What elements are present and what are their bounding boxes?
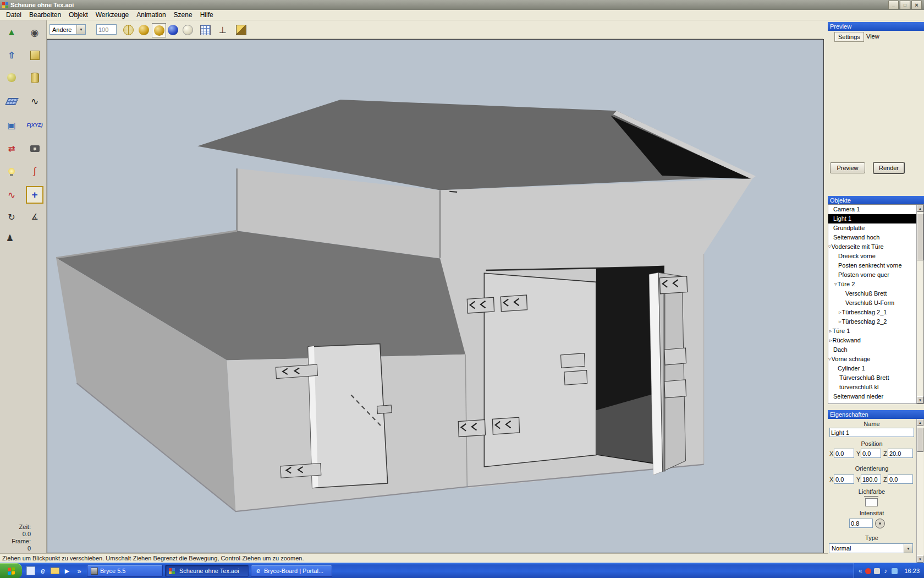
menu-szene[interactable]: Szene: [170, 10, 196, 20]
create-camera-tool[interactable]: [26, 140, 43, 157]
object-list-item[interactable]: Cylinder 1: [828, 364, 923, 373]
door-latch-plate[interactable]: [561, 353, 585, 368]
scroll-up-icon[interactable]: [917, 205, 923, 212]
move-tool-selected[interactable]: [26, 186, 43, 204]
grid-toggle-button[interactable]: [199, 23, 212, 36]
object-list-item[interactable]: türverschluß kl: [828, 383, 923, 392]
scroll-down-icon[interactable]: [917, 396, 923, 403]
tree-toggle-icon[interactable]: ▹: [839, 317, 842, 326]
tree-toggle-icon[interactable]: ▹: [829, 336, 832, 345]
network-icon[interactable]: [892, 568, 898, 574]
object-list-item[interactable]: ▹Rückwand: [828, 336, 923, 345]
edit-curve-tool[interactable]: [3, 186, 20, 204]
tab-view[interactable]: View: [863, 32, 883, 41]
flat-mode-button[interactable]: [181, 23, 194, 36]
tree-toggle-icon[interactable]: ▿: [828, 355, 831, 364]
tree-toggle-icon[interactable]: ▿: [828, 242, 831, 252]
media-player-icon[interactable]: [63, 566, 72, 575]
pose-tool[interactable]: [1, 229, 19, 247]
menu-datei[interactable]: Datei: [2, 10, 25, 20]
function-tool[interactable]: F(XYZ): [26, 116, 43, 134]
tree-toggle-icon[interactable]: ▿: [834, 280, 837, 289]
axes-toggle-button[interactable]: [216, 23, 229, 36]
pos-z-field[interactable]: [888, 449, 913, 458]
ori-z-field[interactable]: [888, 475, 913, 484]
object-list-item[interactable]: Dreieck vorne: [828, 252, 923, 261]
create-cube-tool[interactable]: [26, 46, 43, 64]
spline-tool[interactable]: [26, 162, 43, 180]
preview-button[interactable]: Preview: [830, 162, 865, 173]
properties-scrollbar[interactable]: [916, 419, 923, 563]
menu-hilfe[interactable]: Hilfe: [196, 10, 217, 20]
object-list-item[interactable]: ▹Türe 1: [828, 326, 923, 336]
show-desktop-icon[interactable]: [26, 566, 35, 575]
scrollbar-thumb[interactable]: [917, 214, 923, 260]
tray-alert-icon[interactable]: [865, 568, 871, 574]
measure-tool[interactable]: [26, 208, 43, 226]
ori-x-field[interactable]: [834, 475, 854, 484]
render-preview-button[interactable]: [234, 23, 248, 36]
extrude-tool[interactable]: [3, 46, 20, 64]
scroll-down-icon[interactable]: [917, 555, 923, 563]
taskbar-item-bryce-board[interactable]: Bryce-Board | Portal...: [251, 565, 332, 577]
view-mode-dropdown[interactable]: Andere: [50, 24, 86, 35]
internet-explorer-icon[interactable]: [38, 566, 47, 575]
minimize-button[interactable]: [888, 1, 899, 9]
intensity-dial-icon[interactable]: [875, 519, 885, 528]
pos-y-field[interactable]: [861, 449, 881, 458]
door-latch-plate[interactable]: [564, 370, 587, 385]
type-dropdown[interactable]: Normal: [829, 543, 913, 553]
scrollbar-thumb[interactable]: [917, 428, 923, 452]
folder-icon[interactable]: [51, 568, 59, 574]
tree-toggle-icon[interactable]: ▹: [839, 308, 842, 317]
shaded-mode-button[interactable]: [137, 23, 150, 36]
smooth-mode-button[interactable]: [166, 23, 179, 36]
tab-settings[interactable]: Settings: [834, 32, 864, 42]
object-list-item[interactable]: ▹Türbeschlag 2_1: [828, 308, 923, 317]
object-list-item[interactable]: Camera 1: [828, 205, 923, 214]
object-list-item[interactable]: Seitenwand hoch: [828, 233, 923, 242]
rotate-tool[interactable]: [3, 208, 20, 226]
object-list-item[interactable]: ▹Türbeschlag 2_2: [828, 317, 923, 326]
object-list-item[interactable]: Posten senkrecht vorne: [828, 261, 923, 270]
scroll-up-icon[interactable]: [917, 419, 923, 426]
swap-tool[interactable]: [3, 140, 20, 157]
intensity-field[interactable]: [849, 519, 873, 528]
object-list-item[interactable]: Verschluß Brett: [828, 289, 923, 298]
object-list-item[interactable]: Verschluß U-Form: [828, 298, 923, 308]
create-light-tool[interactable]: [3, 162, 20, 180]
pos-x-field[interactable]: [834, 449, 854, 458]
object-list-item[interactable]: Seitenwand nieder: [828, 392, 923, 401]
create-curve-tool[interactable]: [26, 92, 43, 110]
wireframe-mode-button[interactable]: [122, 23, 135, 36]
object-list-item[interactable]: ▿Voderseite mit Türe: [828, 242, 923, 252]
create-arrow-tool[interactable]: [3, 24, 20, 41]
tray-app-icon[interactable]: [874, 568, 880, 574]
ori-y-field[interactable]: [861, 475, 881, 484]
object-list-scrollbar[interactable]: [916, 205, 923, 403]
menu-objekt[interactable]: Objekt: [65, 10, 92, 20]
textured-mode-button-selected[interactable]: [152, 23, 166, 37]
menu-werkzeuge[interactable]: Werkzeuge: [92, 10, 133, 20]
chevron-down-icon[interactable]: [904, 544, 912, 553]
tray-collapse-icon[interactable]: [859, 567, 862, 575]
create-plane-tool[interactable]: [3, 92, 20, 110]
door-hinge-plate[interactable]: [664, 380, 686, 398]
ellipse-tool[interactable]: [26, 24, 43, 41]
name-field[interactable]: [829, 428, 914, 437]
barn-3d-view[interactable]: [47, 40, 823, 553]
object-list-item[interactable]: ▿Vorne schräge: [828, 355, 923, 364]
barn-right-door[interactable]: [658, 272, 685, 471]
object-list-item[interactable]: Dach: [828, 345, 923, 355]
render-button[interactable]: Render: [873, 162, 904, 173]
menu-animation[interactable]: Animation: [133, 10, 169, 20]
object-list-item-selected[interactable]: Light 1: [828, 214, 923, 223]
object-list-item[interactable]: Grundplatte: [828, 223, 923, 233]
object-list-item[interactable]: ▿Türe 2: [828, 280, 923, 289]
create-sphere-tool[interactable]: [3, 69, 20, 86]
door-hinge-plate[interactable]: [664, 348, 686, 365]
start-button[interactable]: [0, 563, 22, 578]
light-color-swatch[interactable]: [865, 498, 878, 506]
zoom-field[interactable]: [96, 24, 117, 35]
shed-door-latch[interactable]: [377, 405, 392, 414]
